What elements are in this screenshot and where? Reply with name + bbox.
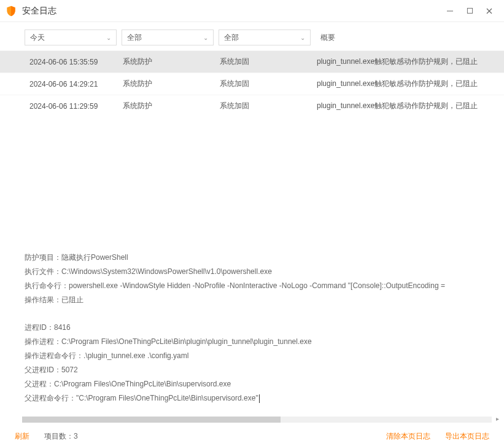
detail-line: 进程ID：8416 <box>25 321 479 335</box>
minimize-button[interactable] <box>440 2 460 20</box>
subcategory-filter[interactable]: 全部 ⌄ <box>219 29 311 45</box>
refresh-link[interactable]: 刷新 <box>15 431 29 442</box>
summary-column-label: 概要 <box>320 33 335 43</box>
export-log-link[interactable]: 导出本页日志 <box>445 431 489 442</box>
detail-line: 执行命令行：powershell.exe -WindowStyle Hidden… <box>25 279 479 293</box>
cell-category: 系统防护 <box>123 57 220 67</box>
cell-time: 2024-06-06 11:29:59 <box>0 102 123 111</box>
chevron-down-icon: ⌄ <box>300 34 305 41</box>
detail-line: 操作进程：C:\Program Files\OneThingPcLite\Bin… <box>25 335 479 349</box>
cell-time: 2024-06-06 14:29:21 <box>0 80 123 88</box>
detail-line: 执行文件：C:\Windows\System32\WindowsPowerShe… <box>25 265 479 279</box>
table-row[interactable]: 2024-06-06 15:35:59 系统防护 系统加固 plugin_tun… <box>0 50 504 72</box>
scroll-right-icon[interactable]: ▸ <box>496 415 499 422</box>
date-filter[interactable]: 今天 ⌄ <box>25 29 117 45</box>
window-title: 安全日志 <box>22 6 440 17</box>
date-filter-value: 今天 <box>30 33 45 43</box>
cell-summary: plugin_tunnel.exe触犯敏感动作防护规则，已阻止 <box>317 57 504 67</box>
footer-bar: 刷新 项目数：3 清除本页日志 导出本页日志 <box>0 426 504 446</box>
category-filter-value: 全部 <box>127 33 142 43</box>
close-button[interactable] <box>479 2 499 20</box>
detail-line: 父进程ID：5072 <box>25 363 479 377</box>
detail-line: 父进程命令行："C:\Program Files\OneThingPcLite\… <box>25 391 479 405</box>
maximize-button[interactable] <box>460 2 479 20</box>
table-row[interactable]: 2024-06-06 11:29:59 系统防护 系统加固 plugin_tun… <box>0 95 504 117</box>
category-filter[interactable]: 全部 ⌄ <box>122 29 214 45</box>
cell-category: 系统防护 <box>123 101 220 111</box>
detail-panel: 防护项目：隐藏执行PowerShell 执行文件：C:\Windows\Syst… <box>0 243 504 405</box>
cell-subcategory: 系统加固 <box>220 57 317 67</box>
cell-summary: plugin_tunnel.exe触犯敏感动作防护规则，已阻止 <box>317 101 504 111</box>
table-row[interactable]: 2024-06-06 14:29:21 系统防护 系统加固 plugin_tun… <box>0 72 504 95</box>
detail-line: 操作进程命令行：.\plugin_tunnel.exe .\config.yam… <box>25 349 479 363</box>
detail-line: 父进程：C:\Program Files\OneThingPcLite\Bin\… <box>25 377 479 391</box>
titlebar: 安全日志 <box>0 0 504 22</box>
horizontal-scrollbar[interactable]: ▸ <box>22 417 492 425</box>
filter-bar: 今天 ⌄ 全部 ⌄ 全部 ⌄ 概要 <box>0 22 504 50</box>
text-cursor <box>259 394 260 403</box>
cell-summary: plugin_tunnel.exe触犯敏感动作防护规则，已阻止 <box>317 79 504 89</box>
cell-subcategory: 系统加固 <box>220 101 317 111</box>
window-controls <box>440 2 499 20</box>
cell-subcategory: 系统加固 <box>220 79 317 89</box>
cell-time: 2024-06-06 15:35:59 <box>0 58 123 66</box>
detail-text: 父进程命令行："C:\Program Files\OneThingPcLite\… <box>25 394 258 402</box>
subcategory-filter-value: 全部 <box>224 33 239 43</box>
scrollbar-thumb[interactable] <box>22 417 281 423</box>
chevron-down-icon: ⌄ <box>203 34 208 41</box>
chevron-down-icon: ⌄ <box>106 34 111 41</box>
detail-line: 操作结果：已阻止 <box>25 293 479 307</box>
scrollbar-track[interactable] <box>22 417 492 423</box>
detail-line: 防护项目：隐藏执行PowerShell <box>25 251 479 265</box>
log-table: 2024-06-06 15:35:59 系统防护 系统加固 plugin_tun… <box>0 50 504 117</box>
item-count: 项目数：3 <box>44 431 78 442</box>
cell-category: 系统防护 <box>123 79 220 89</box>
clear-log-link[interactable]: 清除本页日志 <box>386 431 430 442</box>
svg-rect-1 <box>467 8 472 13</box>
shield-icon <box>5 5 17 17</box>
